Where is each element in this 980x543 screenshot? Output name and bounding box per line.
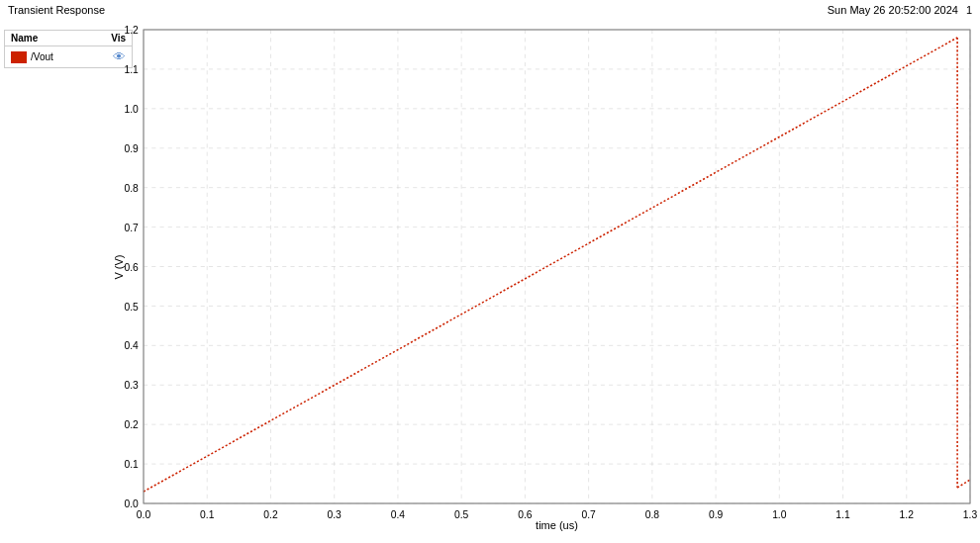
chart-container: V (V) time (us)	[144, 30, 970, 503]
svg-text:1.1: 1.1	[835, 509, 850, 520]
legend-color-label: /Vout	[11, 51, 53, 63]
svg-text:0.3: 0.3	[328, 509, 343, 520]
svg-text:1.1: 1.1	[125, 64, 140, 75]
timestamp: Sun May 26 20:52:00 2024	[828, 4, 958, 16]
svg-text:0.6: 0.6	[518, 509, 533, 520]
svg-text:0.4: 0.4	[391, 509, 406, 520]
svg-text:0.8: 0.8	[125, 183, 140, 194]
svg-text:0.9: 0.9	[709, 509, 724, 520]
svg-text:0.8: 0.8	[645, 509, 660, 520]
legend-swatch-vout	[11, 51, 27, 63]
svg-text:0.1: 0.1	[200, 509, 215, 520]
svg-text:0.2: 0.2	[263, 509, 278, 520]
svg-text:0.7: 0.7	[581, 509, 596, 520]
svg-text:0.9: 0.9	[125, 143, 140, 154]
svg-text:1.2: 1.2	[125, 25, 140, 36]
svg-text:0.7: 0.7	[125, 223, 140, 233]
chart-title: Transient Response	[8, 4, 105, 16]
svg-text:0.1: 0.1	[125, 459, 140, 470]
legend-header: Name Vis	[5, 31, 132, 46]
legend-row-vout: /Vout 👁	[5, 46, 132, 67]
svg-text:1.0: 1.0	[772, 509, 787, 520]
svg-text:1.0: 1.0	[125, 104, 140, 115]
svg-text:0.5: 0.5	[454, 509, 469, 520]
legend-panel: Name Vis /Vout 👁	[4, 30, 133, 68]
svg-text:0.0: 0.0	[125, 498, 140, 509]
svg-text:0.0: 0.0	[137, 509, 151, 520]
svg-text:0.4: 0.4	[125, 340, 140, 351]
page-number: 1	[966, 4, 972, 16]
legend-col-name: Name	[11, 33, 38, 44]
y-axis-label: V (V)	[113, 254, 125, 279]
x-axis-label: time (us)	[536, 519, 578, 531]
chart-wrapper: V (V) time (us)	[144, 30, 970, 503]
svg-text:1.2: 1.2	[900, 509, 915, 520]
svg-text:1.3: 1.3	[963, 509, 978, 520]
svg-text:0.5: 0.5	[125, 302, 140, 313]
svg-text:0.2: 0.2	[125, 419, 140, 430]
visibility-icon[interactable]: 👁	[113, 49, 126, 64]
svg-text:0.3: 0.3	[125, 380, 140, 391]
legend-signal-name: /Vout	[31, 51, 53, 62]
chart-svg: 1.2 1.1 1.0 0.9 0.8 0.7 0.6 0.5 0.4 0.3 …	[144, 30, 970, 503]
top-bar: Transient Response Sun May 26 20:52:00 2…	[0, 0, 980, 20]
svg-text:0.6: 0.6	[125, 262, 140, 273]
